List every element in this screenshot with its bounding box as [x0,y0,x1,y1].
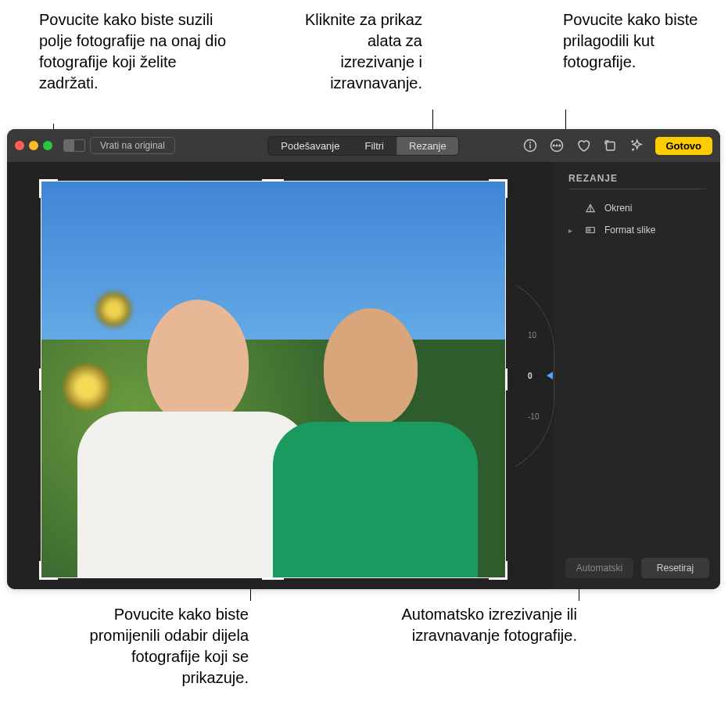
photo-crop-region[interactable] [41,181,506,578]
svg-rect-10 [588,228,591,232]
callout-auto-crop: Automatsko izrezivanje ili izravnavanje … [358,604,577,646]
auto-crop-button[interactable]: Automatski [565,558,633,578]
edit-mode-tabs: Podešavanje Filtri Rezanje [267,136,459,156]
revert-to-original-button[interactable]: Vrati na original [90,137,175,154]
straighten-dial[interactable]: 10 0 -10 [507,274,548,477]
more-icon[interactable] [549,138,565,153]
flip-label: Okreni [604,203,632,214]
workspace: 10 0 -10 REZANJE Okreni ▸ Format slike A… [7,162,720,589]
callout-move-photo: Povucite kako biste promijenili odabir d… [69,604,249,689]
tab-filters[interactable]: Filtri [352,137,396,155]
callout-crop-tool: Kliknite za prikaz alata za izrezivanje … [297,9,422,94]
dial-tick-plus-10: 10 [528,331,536,340]
svg-point-5 [556,145,558,146]
enhance-icon[interactable] [629,138,644,153]
photo-preview[interactable] [41,181,506,578]
tab-crop[interactable]: Rezanje [396,137,459,155]
crop-side-panel: REZANJE Okreni ▸ Format slike Automatski… [554,162,720,589]
rotate-icon[interactable] [602,138,618,153]
dial-tick-zero: 0 [528,372,533,380]
window-zoom-button[interactable] [43,141,52,150]
crop-actions: Automatski Resetiraj [565,558,709,578]
favorite-icon[interactable] [576,138,591,153]
flip-icon [584,202,597,214]
photos-edit-window: Vrati na original Podešavanje Filtri Rez… [7,129,720,589]
callout-crop-handles: Povucite kako biste suzili polje fotogra… [39,9,235,94]
chevron-right-icon: ▸ [568,226,576,235]
info-icon[interactable] [522,138,538,153]
window-titlebar: Vrati na original Podešavanje Filtri Rez… [7,129,720,162]
toolbar-right-tools: Gotovo [522,137,713,155]
dial-pointer-icon [547,372,553,379]
aspect-row[interactable]: ▸ Format slike [568,219,706,241]
window-close-button[interactable] [15,141,24,150]
svg-point-2 [529,142,530,143]
svg-rect-7 [606,142,615,151]
reset-crop-button[interactable]: Resetiraj [641,558,709,578]
aspect-label: Format slike [604,225,655,236]
done-button[interactable]: Gotovo [655,137,713,155]
callout-angle: Povucite kako biste prilagodili kut foto… [563,9,704,73]
canvas-area: 10 0 -10 [7,162,554,589]
flip-row[interactable]: Okreni [568,197,706,219]
svg-point-6 [559,145,561,146]
view-toggle[interactable] [63,139,85,152]
tab-adjust[interactable]: Podešavanje [268,137,352,155]
window-minimize-button[interactable] [29,141,38,150]
aspect-icon [584,224,597,236]
panel-title: REZANJE [568,173,706,189]
svg-point-4 [553,145,554,146]
dial-tick-minus-10: -10 [528,412,539,421]
